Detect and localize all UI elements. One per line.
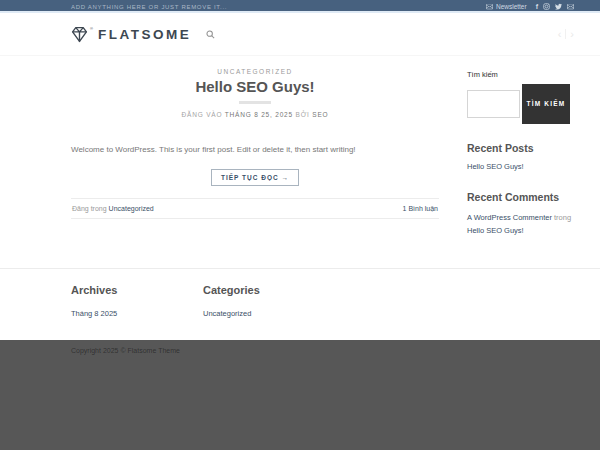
header-divider (565, 29, 566, 39)
sidebar: Tìm kiếm TÌM KIẾM Recent Posts Hello SEO… (467, 68, 574, 237)
post-footer-meta: Đăng trong Uncategorized 1 Bình luận (71, 198, 439, 219)
categories-title: Categories (203, 284, 353, 296)
archives-link[interactable]: Tháng 8 2025 (71, 309, 117, 318)
recent-comments-title: Recent Comments (467, 191, 574, 203)
recent-post-link[interactable]: Hello SEO Guys! (467, 162, 524, 171)
top-bar: ADD ANYTHING HERE OR JUST REMOVE IT... N… (0, 0, 600, 13)
recent-posts-title: Recent Posts (467, 142, 574, 154)
categories-widget: Categories Uncategorized (203, 284, 353, 320)
newsletter-label: Newsletter (496, 3, 527, 10)
prev-arrow-icon[interactable]: ‹ (558, 29, 562, 40)
registered-mark: ® (90, 26, 93, 31)
site-logo[interactable]: ® FLATSOME (71, 26, 191, 43)
facebook-icon[interactable]: f (536, 3, 538, 10)
absolute-footer: Copyright 2025 © Flatsome Theme (0, 340, 600, 450)
archives-title: Archives (71, 284, 203, 296)
blog-post: UNCATEGORIZED Hello SEO Guys! ĐĂNG VÀO T… (71, 68, 439, 237)
title-divider (239, 101, 271, 104)
comment-author-link[interactable]: A WordPress Commenter (467, 213, 552, 222)
posted-in-category-link[interactable]: Uncategorized (109, 205, 154, 212)
comment-in-label: trong (554, 213, 571, 222)
logo-text: FLATSOME (98, 26, 191, 43)
flatsome-diamond-icon (71, 26, 88, 43)
newsletter-link[interactable]: Newsletter (486, 3, 527, 10)
sidebar-search-button[interactable]: TÌM KIẾM (522, 84, 570, 124)
topbar-message: ADD ANYTHING HERE OR JUST REMOVE IT... (71, 4, 227, 10)
recent-comment-item: A WordPress Commenter trong Hello SEO Gu… (467, 211, 574, 237)
twitter-icon[interactable] (555, 3, 562, 10)
post-excerpt: Welcome to WordPress. This is your first… (71, 144, 439, 155)
post-title[interactable]: Hello SEO Guys! (71, 78, 439, 95)
main-content: UNCATEGORIZED Hello SEO Guys! ĐĂNG VÀO T… (0, 56, 600, 268)
next-arrow-icon[interactable]: › (570, 29, 574, 40)
post-author-link[interactable]: SEO (312, 111, 328, 118)
archives-widget: Archives Tháng 8 2025 (71, 284, 203, 320)
post-meta-date: ĐĂNG VÀO THÁNG 8 25, 2025 BỞI SEO (71, 111, 439, 118)
site-header: ® FLATSOME ‹ › (0, 13, 600, 56)
posted-on-label: ĐĂNG VÀO (182, 111, 223, 118)
instagram-icon[interactable] (543, 3, 550, 10)
search-widget-label: Tìm kiếm (467, 70, 574, 79)
comments-count-link[interactable]: 1 Bình luận (403, 205, 438, 212)
categories-link[interactable]: Uncategorized (203, 309, 251, 318)
sidebar-search-input[interactable] (467, 90, 520, 118)
by-label: BỞI (296, 111, 310, 118)
envelope-icon (486, 3, 493, 10)
read-more-button[interactable]: TIẾP TỤC ĐỌC → (211, 169, 299, 186)
comment-post-link[interactable]: Hello SEO Guys! (467, 226, 524, 235)
post-category[interactable]: UNCATEGORIZED (71, 68, 439, 75)
posted-in-label: Đăng trong (72, 205, 107, 212)
flatsome-blog-page: ADD ANYTHING HERE OR JUST REMOVE IT... N… (0, 0, 600, 450)
copyright-text: Copyright 2025 © Flatsome Theme (71, 347, 574, 354)
email-icon[interactable] (567, 3, 574, 10)
footer-widgets: Archives Tháng 8 2025 Categories Uncateg… (0, 268, 600, 340)
search-icon[interactable] (206, 30, 215, 39)
post-date-link[interactable]: THÁNG 8 25, 2025 (225, 111, 293, 118)
